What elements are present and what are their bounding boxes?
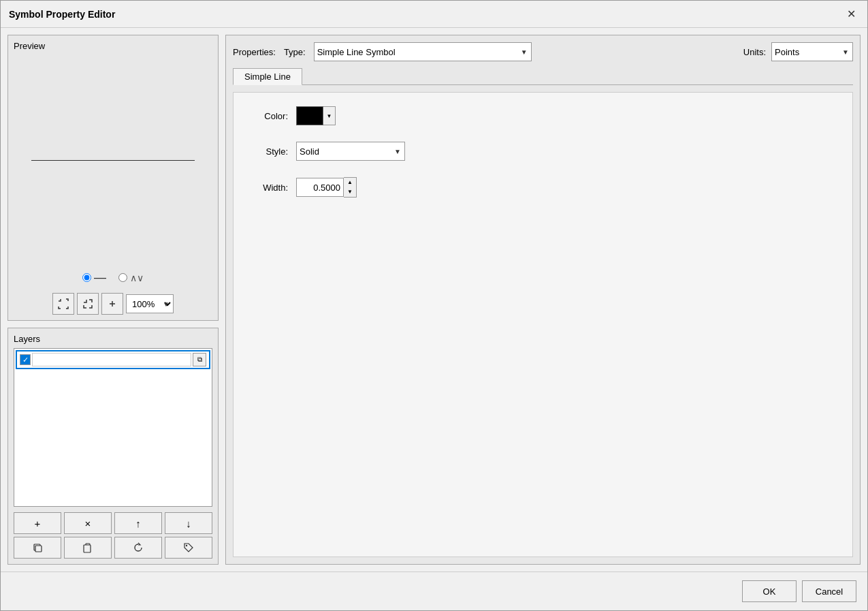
- style-label: Style:: [247, 146, 288, 157]
- color-label: Color:: [247, 111, 288, 121]
- properties-group: Properties: Type: Simple Line Symbol Car…: [225, 35, 861, 565]
- layer-checkbox[interactable]: [20, 354, 31, 365]
- color-swatch[interactable]: [296, 106, 323, 125]
- tab-content-simple-line: Color: ▼ Style: Solid Dash: [233, 92, 853, 557]
- dialog-title: Symbol Property Editor: [9, 9, 115, 20]
- symbol-options: — ∧∨: [82, 270, 144, 285]
- layer-buttons: + × ↑ ↓: [14, 512, 212, 559]
- layer-preview: [32, 353, 191, 366]
- zoom-fit-width-button[interactable]: [52, 293, 74, 315]
- preview-group: Preview — ∧∨: [7, 35, 219, 321]
- properties-label: Properties:: [233, 47, 276, 57]
- properties-header: Properties: Type: Simple Line Symbol Car…: [233, 42, 853, 61]
- zoom-actual-button[interactable]: [101, 293, 123, 315]
- style-select[interactable]: Solid Dash Dot Dash Dot Dash Dot Dot Nul…: [296, 142, 405, 161]
- zoom-select[interactable]: 25% 50% 75% 100% 150% 200%: [126, 294, 174, 313]
- svg-point-5: [186, 545, 187, 546]
- remove-layer-button[interactable]: ×: [64, 512, 112, 534]
- style-row: Style: Solid Dash Dot Dash Dot Dash Dot …: [247, 142, 839, 161]
- radio-solid[interactable]: —: [82, 270, 105, 285]
- width-spinner: ▲ ▼: [344, 177, 357, 198]
- zoom-select-wrapper: 25% 50% 75% 100% 150% 200%: [126, 294, 174, 313]
- radio-solid-input[interactable]: [82, 273, 91, 282]
- wave-icon: ∧∨: [130, 272, 144, 283]
- preview-label: Preview: [14, 41, 212, 51]
- layer-copy-icon[interactable]: ⧉: [193, 353, 206, 366]
- content-area: Preview — ∧∨: [1, 28, 867, 571]
- solid-icon: —: [94, 270, 105, 285]
- tab-simple-line[interactable]: Simple Line: [233, 68, 302, 85]
- copy-layer-button[interactable]: [14, 537, 61, 559]
- units-select[interactable]: Points Pixels Inches Centimeters: [771, 42, 853, 61]
- type-label: Type:: [284, 47, 306, 57]
- units-wrap: Units: Points Pixels Inches Centimeters: [743, 42, 853, 61]
- layers-label: Layers: [14, 334, 212, 344]
- width-decrement-button[interactable]: ▼: [344, 187, 356, 197]
- tag-layer-button[interactable]: [165, 537, 212, 559]
- zoom-controls: 25% 50% 75% 100% 150% 200%: [52, 293, 174, 315]
- width-control: ▲ ▼: [296, 177, 357, 198]
- color-row: Color: ▼: [247, 106, 839, 125]
- width-row: Width: ▲ ▼: [247, 177, 839, 198]
- width-increment-button[interactable]: ▲: [344, 178, 356, 187]
- paste-layer-button[interactable]: [64, 537, 112, 559]
- svg-rect-4: [84, 545, 91, 552]
- move-down-button[interactable]: ↓: [165, 512, 212, 534]
- style-select-wrapper: Solid Dash Dot Dash Dot Dash Dot Dot Nul…: [296, 142, 405, 161]
- ok-button[interactable]: OK: [742, 580, 797, 602]
- zoom-fit-button[interactable]: [77, 293, 99, 315]
- width-label: Width:: [247, 183, 288, 193]
- type-select-wrapper: Simple Line Symbol Cartographic Line Sym…: [314, 42, 532, 61]
- preview-canvas: — ∧∨: [14, 55, 212, 315]
- color-control: ▼: [296, 106, 336, 125]
- svg-rect-3: [35, 546, 42, 552]
- reset-layer-button[interactable]: [114, 537, 162, 559]
- dialog-footer: OK Cancel: [1, 571, 867, 610]
- color-dropdown-button[interactable]: ▼: [323, 106, 336, 125]
- add-layer-button[interactable]: +: [14, 512, 61, 534]
- radio-outline-input[interactable]: [118, 273, 127, 282]
- type-select[interactable]: Simple Line Symbol Cartographic Line Sym…: [314, 42, 532, 61]
- cancel-button[interactable]: Cancel: [802, 580, 856, 602]
- move-up-button[interactable]: ↑: [114, 512, 162, 534]
- radio-outline[interactable]: ∧∨: [118, 272, 144, 283]
- close-button[interactable]: ✕: [843, 6, 859, 22]
- left-panel: Preview — ∧∨: [7, 35, 219, 565]
- units-select-wrapper: Points Pixels Inches Centimeters: [771, 42, 853, 61]
- symbol-property-editor-dialog: Symbol Property Editor ✕ Preview —: [0, 0, 868, 611]
- units-label: Units:: [743, 47, 766, 57]
- layers-group: Layers ⧉ + × ↑ ↓: [7, 328, 219, 565]
- layers-list[interactable]: ⧉: [14, 348, 212, 507]
- right-panel: Properties: Type: Simple Line Symbol Car…: [225, 35, 861, 565]
- layer-item[interactable]: ⧉: [16, 350, 210, 369]
- preview-line: [31, 160, 195, 161]
- title-bar: Symbol Property Editor ✕: [1, 1, 867, 28]
- width-input[interactable]: [296, 178, 344, 197]
- tabs-bar: Simple Line: [233, 68, 853, 85]
